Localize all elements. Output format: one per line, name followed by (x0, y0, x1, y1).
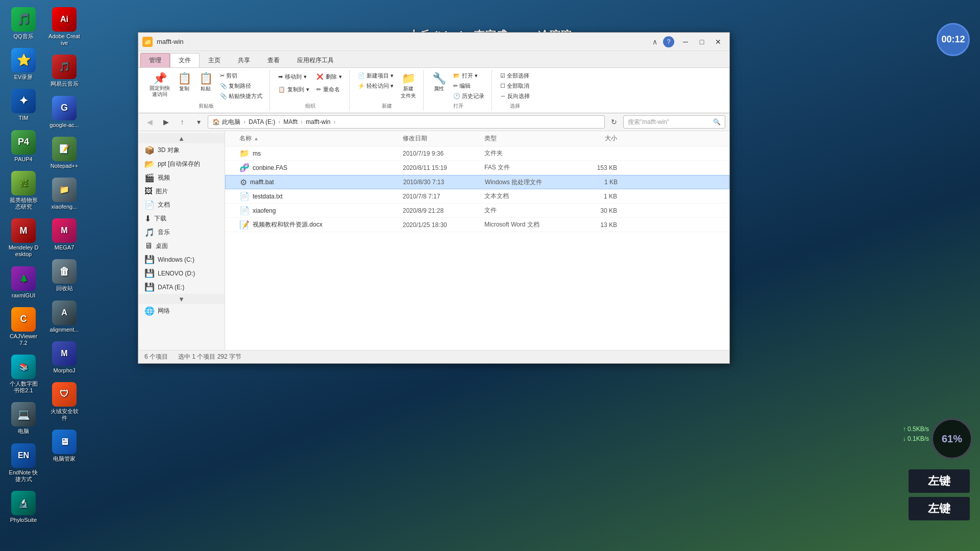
col-header-type[interactable]: 类型 (484, 134, 576, 143)
new-folder-btn[interactable]: 📁 新建文件夹 (398, 71, 419, 102)
desktop-icon-netease[interactable]: 🎵 网易云音乐 (46, 53, 83, 89)
desktop-icon-endnote[interactable]: EN EndNote 快捷方式 (5, 441, 42, 485)
tab-share[interactable]: 共享 (229, 53, 259, 67)
sidebar-item-data-e[interactable]: 💾 DATA (E:) (138, 280, 225, 294)
copy-to-btn[interactable]: 📋 复制到 ▾ (275, 84, 312, 95)
file-list-header: 名称 ▲ 修改日期 类型 大小 (225, 131, 729, 146)
search-field[interactable]: 搜索"mafft-win" 🔍 (623, 115, 725, 129)
sidebar-item-desktop[interactable]: 🖥 桌面 (138, 239, 225, 253)
cajviewer-label: CAJViewer 7.2 (7, 333, 40, 346)
sidebar-item-ppt[interactable]: 📂 ppt [自动保存的 (138, 157, 225, 171)
file-manager-label: 电脑管家 (53, 456, 76, 462)
col-header-size[interactable]: 大小 (576, 134, 617, 143)
file-row-conbine[interactable]: 🧬 conbine.FAS 2020/8/11 15:19 FAS 文件 153… (225, 161, 729, 175)
sidebar-item-pictures[interactable]: 🖼 图片 (138, 185, 225, 198)
testdata-file-type: 文本文档 (484, 192, 576, 201)
desktop-icon-file-manager[interactable]: 🖥 电脑管家 (46, 428, 83, 464)
file-row-ms[interactable]: 📁 ms 2010/7/19 9:36 文件夹 (225, 146, 729, 161)
copy-path-btn[interactable]: 📎 复制路径 (217, 81, 265, 91)
cut-btn[interactable]: ✂ 剪切 (217, 71, 265, 81)
tab-manage[interactable]: 管理 (140, 53, 170, 67)
easy-access-btn[interactable]: ⚡ 轻松访问 ▾ (355, 81, 397, 91)
desktop-icon-mega7[interactable]: M MEGA7 (46, 216, 83, 253)
tab-view[interactable]: 查看 (259, 53, 288, 67)
desktop-icon-huohu[interactable]: 🛡 火绒安全软件 (46, 380, 83, 423)
desktop-icon-mendeley[interactable]: M Mendeley Desktop (5, 216, 42, 260)
select-all-btn[interactable]: ☑ 全部选择 (497, 71, 533, 81)
desktop-icon-alignment[interactable]: A alignment... (46, 298, 83, 335)
move-to-btn[interactable]: ➡ 移动到 ▾ (275, 71, 312, 83)
minimize-button[interactable]: ─ (678, 35, 693, 49)
sidebar-item-video[interactable]: 🎬 视频 (138, 171, 225, 185)
desktop-icon-pc[interactable]: 💻 电脑 (5, 400, 42, 437)
file-row-mafft[interactable]: ⚙ mafft.bat 2010/8/30 7:13 Windows 批处理文件… (225, 175, 729, 189)
desktop-icon-notepad[interactable]: 📝 Notepad++ (46, 135, 83, 171)
invert-select-btn[interactable]: ↔ 反向选择 (497, 91, 533, 101)
desktop-icon-phylosuite[interactable]: 🔬 PhyloSuite (5, 489, 42, 525)
rename-btn[interactable]: ✏ 重命名 (313, 84, 345, 95)
desktop-icon-raxml[interactable]: 🌲 raxmlGUI (5, 264, 42, 301)
sidebar-item-music[interactable]: 🎵 音乐 (138, 226, 225, 239)
paste-shortcut-btn[interactable]: 📎 粘贴快捷方式 (217, 91, 265, 101)
file-row-xiaofeng[interactable]: 📄 xiaofeng 2020/8/9 21:28 文件 30 KB (225, 204, 729, 218)
copy-btn[interactable]: 📋 复制 (174, 71, 194, 94)
open-btn[interactable]: 📂 打开 ▾ (450, 71, 487, 81)
tab-file[interactable]: 文件 (170, 53, 200, 67)
sidebar-scroll-up[interactable]: ▲ (138, 133, 225, 143)
desktop-icon-qq-music[interactable]: 🎵 QQ音乐 (5, 5, 42, 42)
conbine-file-type: FAS 文件 (484, 163, 576, 172)
new-item-btn[interactable]: 📄 新建项目 ▾ (355, 71, 397, 81)
breadcrumb-mafft-win[interactable]: mafft-win (306, 118, 330, 126)
sidebar-scroll-down[interactable]: ▼ (138, 294, 225, 304)
maximize-button[interactable]: □ (695, 35, 709, 49)
refresh-button[interactable]: ↻ (607, 115, 621, 129)
sidebar-item-windows-c[interactable]: 💾 Windows (C:) (138, 253, 225, 266)
mafft-file-date: 2010/8/30 7:13 (403, 179, 485, 186)
file-row-testdata[interactable]: 📄 testdata.txt 2010/7/8 7:17 文本文档 1 KB (225, 189, 729, 204)
select-none-btn[interactable]: ☐ 全部取消 (497, 81, 533, 91)
paste-btn[interactable]: 📋 粘贴 (195, 71, 216, 94)
sidebar-item-downloads[interactable]: ⬇ 下载 (138, 212, 225, 226)
help-btn[interactable]: ? (663, 36, 674, 47)
address-field[interactable]: 🏠 此电脑 › DATA (E:) › MAfft › mafft-win › (208, 115, 605, 129)
up-button[interactable]: ↑ (175, 115, 189, 129)
ev-label: EV录屏 (14, 74, 33, 81)
desktop-icon-tim[interactable]: ✦ TIM (5, 87, 42, 123)
breadcrumb-mafft[interactable]: MAfft (283, 118, 298, 126)
desktop-icon-ev[interactable]: ⭐ EV录屏 (5, 46, 42, 83)
sidebar-item-3d-objects[interactable]: 📦 3D 对象 (138, 143, 225, 157)
desktop-icon-xiaofeng[interactable]: 📁 xiaofeng... (46, 176, 83, 212)
desktop-icon-google[interactable]: G google-ac... (46, 94, 83, 131)
delete-btn[interactable]: ❌ 删除 ▾ (313, 71, 345, 83)
forward-button[interactable]: ▶ (159, 115, 173, 129)
ribbon-collapse-btn[interactable]: ∧ (648, 35, 662, 48)
desktop-icon-cajviewer[interactable]: C CAJViewer 7.2 (5, 305, 42, 348)
desktop-icon-paup4[interactable]: P4 PAUP4 (5, 128, 42, 165)
ribbon-content: 📌 固定到快速访问 📋 复制 📋 粘贴 ✂ 剪切 📎 复制路径 📎 粘贴快捷方式 (138, 67, 729, 113)
history-btn[interactable]: 🕐 历史记录 (450, 91, 487, 101)
breadcrumb-this-pc[interactable]: 此电脑 (222, 118, 240, 127)
sidebar-item-network[interactable]: 🌐 网络 (138, 304, 225, 318)
breadcrumb-data-e[interactable]: DATA (E:) (249, 118, 275, 126)
tab-home[interactable]: 主页 (200, 53, 229, 67)
sidebar-item-lenovo-d[interactable]: 💾 LENOVO (D:) (138, 266, 225, 280)
sidebar-item-documents[interactable]: 📄 文档 (138, 198, 225, 212)
col-header-date[interactable]: 修改日期 (403, 134, 484, 143)
pin-quick-btn[interactable]: 📌 固定到快速访问 (146, 71, 173, 99)
close-button[interactable]: ✕ (711, 35, 725, 49)
desktop-icon-taxa[interactable]: 🌿 菰类植物形态研究 (5, 169, 42, 212)
desktop-icon-adobe[interactable]: Ai Adobe Creative (46, 5, 83, 48)
library-label: 个人数字图书馆2.1 (7, 381, 40, 394)
back-button[interactable]: ◀ (142, 115, 157, 129)
tab-app-tools[interactable]: 应用程序工具 (288, 53, 342, 67)
col-header-name[interactable]: 名称 ▲ (239, 134, 403, 143)
main-area: ▲ 📦 3D 对象 📂 ppt [自动保存的 🎬 视频 🖼 图片 📄 文档 (138, 131, 729, 350)
desktop-icon-library[interactable]: 📚 个人数字图书馆2.1 (5, 353, 42, 396)
desktop-icon-morphoj[interactable]: M MorphoJ (46, 339, 83, 376)
properties-btn[interactable]: 🔧 属性 (429, 71, 449, 94)
address-dropdown-btn[interactable]: ▾ (191, 115, 206, 129)
sidebar: ▲ 📦 3D 对象 📂 ppt [自动保存的 🎬 视频 🖼 图片 📄 文档 (138, 131, 225, 350)
file-row-docx[interactable]: 📝 视频教程和软件资源.docx 2020/1/25 18:30 Microso… (225, 218, 729, 232)
edit-btn[interactable]: ✏ 编辑 (450, 81, 487, 91)
desktop-icon-recycle[interactable]: 🗑 回收站 (46, 257, 83, 294)
